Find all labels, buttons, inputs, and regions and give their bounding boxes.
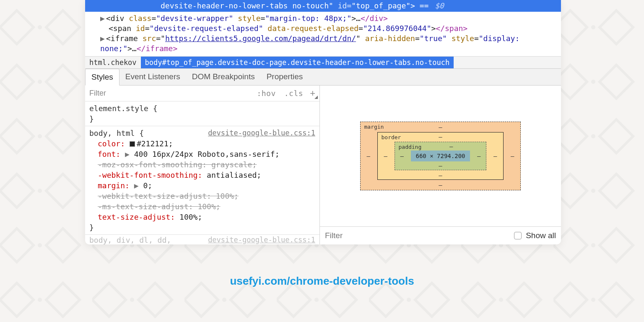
show-all-label: Show all — [526, 231, 556, 240]
cls-toggle[interactable]: .cls — [280, 86, 307, 101]
rule-element-style[interactable]: element.style { } — [85, 101, 319, 126]
expand-icon[interactable]: ▶ — [100, 34, 106, 44]
dom-tree[interactable]: ▶<div class="devsite-wrapper" style="mar… — [85, 12, 561, 57]
dom-node-cont[interactable]: none;">…</iframe> — [100, 44, 561, 54]
rule-body-html[interactable]: devsite-google-blue.css:1 body, html { c… — [85, 126, 319, 235]
stylesheet-link[interactable]: devsite-google-blue.css:1 — [208, 128, 315, 138]
tab-properties[interactable]: Properties — [261, 69, 309, 85]
computed-panel: margin – – – – border – – – – padding — [320, 86, 561, 244]
dom-node[interactable]: ▶<div class="devsite-wrapper" style="mar… — [100, 13, 561, 23]
expand-icon[interactable]: ▶ — [134, 181, 143, 190]
dom-node[interactable]: <span id="devsite-request-elapsed" data-… — [100, 23, 561, 34]
styles-filter-input[interactable]: Filter — [85, 86, 252, 101]
show-all-checkbox[interactable] — [514, 232, 522, 239]
expand-icon[interactable]: ▶ — [125, 150, 134, 158]
devtools-panel: devsite-header-no-lower-tabs no-touch" i… — [85, 0, 561, 244]
dom-node[interactable]: ▶<iframe src="https://clients5.google.co… — [100, 34, 561, 44]
breadcrumb: html.chekov body#top_of_page.devsite-doc… — [85, 57, 561, 69]
color-swatch-icon[interactable] — [130, 141, 135, 147]
footer-link[interactable]: usefyi.com/chrome-developer-tools — [0, 275, 644, 288]
computed-filter-input[interactable]: Filter — [325, 231, 514, 240]
breadcrumb-item-html[interactable]: html.chekov — [85, 57, 141, 68]
styles-panel: Filter :hov .cls + element.style { } dev… — [85, 86, 320, 244]
tab-styles[interactable]: Styles — [85, 69, 119, 86]
tab-dom-breakpoints[interactable]: DOM Breakpoints — [186, 69, 261, 85]
box-model-content: 660 × 7294.200 — [411, 151, 470, 161]
rule-faded: devsite-google-blue.css:1 body, div, dl,… — [85, 235, 319, 244]
hover-toggle[interactable]: :hov — [252, 86, 280, 101]
new-rule-button[interactable]: + — [307, 86, 319, 101]
expand-icon[interactable]: ▶ — [100, 13, 106, 23]
breadcrumb-item-body[interactable]: body#top_of_page.devsite-doc-page.devsit… — [141, 57, 454, 68]
tab-event-listeners[interactable]: Event Listeners — [119, 69, 186, 85]
styles-subtabs: Styles Event Listeners DOM Breakpoints P… — [85, 69, 561, 86]
selected-element-line[interactable]: devsite-header-no-lower-tabs no-touch" i… — [85, 0, 561, 12]
box-model[interactable]: margin – – – – border – – – – padding — [360, 122, 520, 190]
